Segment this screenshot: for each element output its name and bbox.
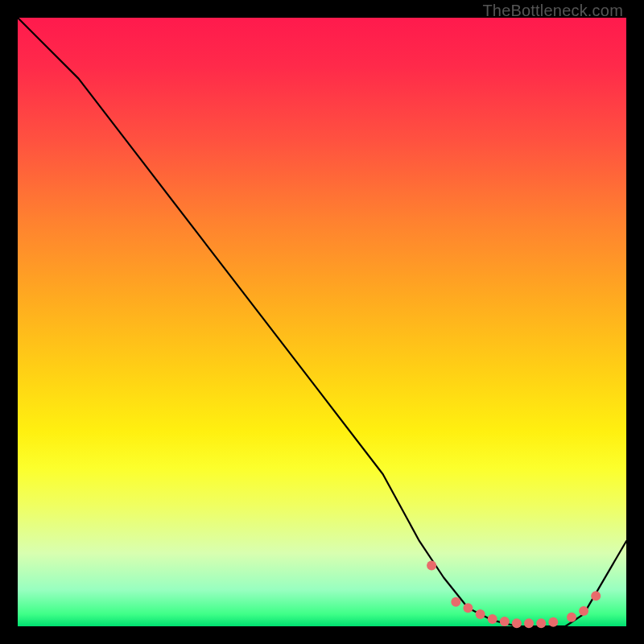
chart-svg bbox=[18, 18, 626, 626]
marker-dot bbox=[427, 560, 436, 570]
marker-dot bbox=[500, 617, 510, 626]
marker-group bbox=[427, 560, 601, 628]
marker-dot bbox=[451, 597, 460, 607]
curve-path bbox=[18, 18, 626, 626]
marker-dot bbox=[512, 618, 522, 628]
chart-frame: TheBottleneck.com bbox=[0, 0, 644, 644]
marker-dot bbox=[536, 618, 546, 628]
plot-area bbox=[18, 18, 626, 626]
marker-dot bbox=[567, 613, 576, 622]
marker-dot bbox=[488, 614, 497, 624]
marker-dot bbox=[524, 618, 534, 628]
marker-dot bbox=[548, 617, 558, 627]
marker-dot bbox=[579, 606, 588, 616]
marker-dot bbox=[463, 603, 473, 613]
marker-dot bbox=[591, 591, 601, 601]
marker-dot bbox=[476, 609, 485, 619]
